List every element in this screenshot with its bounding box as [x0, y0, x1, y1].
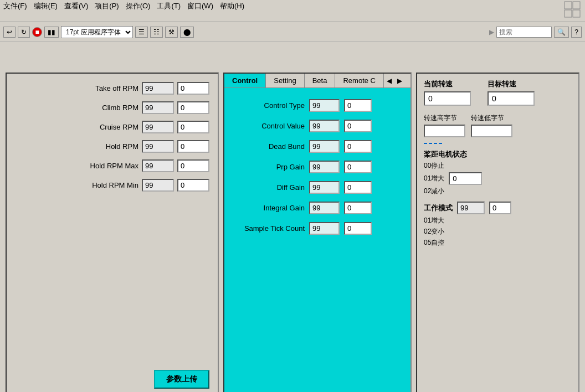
left-panel: Take off RPM Climb RPM Cruise RPM Hold R…	[6, 73, 219, 392]
search-input[interactable]	[496, 27, 552, 38]
toolbar-refresh-btn[interactable]: ↻	[18, 27, 30, 38]
param-value-0[interactable]	[177, 82, 209, 95]
control-label-4: Diff Gain	[233, 183, 305, 192]
control-label-0: Control Type	[233, 101, 305, 110]
param-row: Cruise RPM	[15, 121, 209, 133]
param-label-4: Hold RPM Max	[75, 162, 138, 170]
control-input-3[interactable]	[309, 161, 340, 173]
menu-file[interactable]: 文件(F)	[3, 1, 27, 20]
control-input-0[interactable]	[309, 99, 340, 112]
tab-control[interactable]: Control	[224, 74, 266, 87]
control-input-6[interactable]	[309, 222, 340, 235]
control-row: Sample Tick Count	[233, 222, 402, 235]
control-value-0[interactable]	[344, 99, 372, 112]
work-item-increase: 01增大	[424, 216, 572, 225]
target-speed-display[interactable]	[488, 91, 535, 106]
menu-edit[interactable]: 编辑(E)	[34, 1, 58, 20]
motor-item-decrease: 02减小	[424, 187, 572, 196]
current-speed-display[interactable]	[424, 91, 471, 106]
param-label-3: Hold RPM	[75, 142, 138, 151]
target-speed-group: 目标转速	[488, 79, 535, 106]
help-btn[interactable]: ?	[571, 27, 582, 38]
param-input-0[interactable]	[142, 82, 174, 95]
menu-project[interactable]: 项目(P)	[95, 1, 119, 20]
motor-title: 桨距电机状态	[424, 149, 572, 159]
search-btn[interactable]: 🔍	[554, 27, 569, 38]
work-item-auto: 05自控	[424, 238, 572, 247]
toolbar-distribute-btn[interactable]: ☷	[150, 27, 163, 38]
tab-beta[interactable]: Beta	[305, 74, 336, 87]
toolbar-pause-btn[interactable]: ▮▮	[44, 27, 59, 38]
menubar: 文件(F) 编辑(E) 查看(V) 项目(P) 操作(O) 工具(T) 窗口(W…	[0, 0, 585, 22]
target-speed-label: 目标转速	[488, 79, 535, 89]
param-input-3[interactable]	[142, 140, 174, 153]
param-input-1[interactable]	[142, 101, 174, 114]
high-byte-group: 转速高字节	[424, 114, 465, 137]
toolbar-back-btn[interactable]: ↩	[3, 27, 16, 38]
control-value-1[interactable]	[344, 120, 372, 132]
work-section: 工作模式 01增大 02变小 05自控	[424, 202, 572, 247]
control-label-5: Integral Gain	[233, 204, 305, 212]
font-select[interactable]: 17pt 应用程序字体	[61, 26, 133, 38]
menu-window[interactable]: 窗口(W)	[187, 1, 213, 20]
param-input-5[interactable]	[142, 179, 174, 192]
toolbar-stop-btn[interactable]: ■	[32, 27, 42, 37]
param-row: Hold RPM	[15, 140, 209, 153]
motor-value-input[interactable]	[449, 172, 482, 185]
control-row: Prp Gain	[233, 161, 402, 173]
tab-prev-btn[interactable]: ◀	[384, 74, 394, 87]
param-value-3[interactable]	[177, 140, 209, 153]
control-value-4[interactable]	[344, 181, 372, 194]
work-item-decrease: 02变小	[424, 227, 572, 236]
svg-rect-2	[565, 10, 572, 17]
right-panel: 当前转速 目标转速 转速高字节 转速低字节	[416, 73, 579, 392]
menu-help[interactable]: 帮助(H)	[220, 1, 244, 20]
control-input-2[interactable]	[309, 140, 340, 153]
motor-item-stop: 00停止	[424, 161, 572, 171]
control-row: Diff Gain	[233, 181, 402, 194]
menu-operate[interactable]: 操作(O)	[126, 1, 151, 20]
control-row: Control Value	[233, 120, 402, 132]
tab-remote[interactable]: Remote C	[335, 74, 384, 87]
work-title-row: 工作模式	[424, 202, 572, 214]
toolbar-align-btn[interactable]: ☰	[135, 27, 148, 38]
control-input-1[interactable]	[309, 120, 340, 132]
control-value-5[interactable]	[344, 202, 372, 214]
upload-button[interactable]: 参数上传	[154, 370, 209, 389]
high-byte-label: 转速高字节	[424, 114, 465, 123]
toolbar-arrow: ▶	[489, 28, 494, 36]
param-row: Hold RPM Min	[15, 179, 209, 192]
work-mode-value[interactable]	[489, 202, 511, 214]
control-label-6: Sample Tick Count	[233, 224, 305, 233]
low-byte-label: 转速低字节	[471, 114, 512, 123]
control-label-2: Dead Bund	[233, 142, 305, 151]
menu-view[interactable]: 查看(V)	[64, 1, 88, 20]
toolbar-format-btn[interactable]: ⚒	[165, 27, 178, 38]
param-value-1[interactable]	[177, 101, 209, 114]
motor-decrease-label: 02减小	[424, 187, 444, 196]
work-mode-input[interactable]	[457, 202, 485, 214]
tab-setting[interactable]: Setting	[266, 74, 304, 87]
param-value-4[interactable]	[177, 159, 209, 172]
control-input-5[interactable]	[309, 202, 340, 214]
motor-stop-label: 00停止	[424, 161, 444, 171]
low-byte-display[interactable]	[471, 125, 512, 137]
param-row: Take off RPM	[15, 82, 209, 95]
param-value-5[interactable]	[177, 179, 209, 192]
control-value-2[interactable]	[344, 140, 372, 153]
high-byte-display[interactable]	[424, 125, 465, 137]
param-value-2[interactable]	[177, 121, 209, 133]
param-input-4[interactable]	[142, 159, 174, 172]
control-label-3: Prp Gain	[233, 163, 305, 171]
control-value-6[interactable]	[344, 222, 372, 235]
control-value-3[interactable]	[344, 161, 372, 173]
toolbar: ↩ ↻ ■ ▮▮ 17pt 应用程序字体 ☰ ☷ ⚒ ⬤ ▶ 🔍 ?	[0, 22, 585, 42]
motor-increase-label: 01增大	[424, 174, 444, 183]
tab-next-btn[interactable]: ▶	[394, 74, 405, 87]
divider-lines	[424, 143, 572, 144]
menu-tools[interactable]: 工具(T)	[157, 1, 181, 20]
byte-row: 转速高字节 转速低字节	[424, 114, 572, 137]
toolbar-color-btn[interactable]: ⬤	[180, 27, 194, 38]
param-input-2[interactable]	[142, 121, 174, 133]
control-input-4[interactable]	[309, 181, 340, 194]
